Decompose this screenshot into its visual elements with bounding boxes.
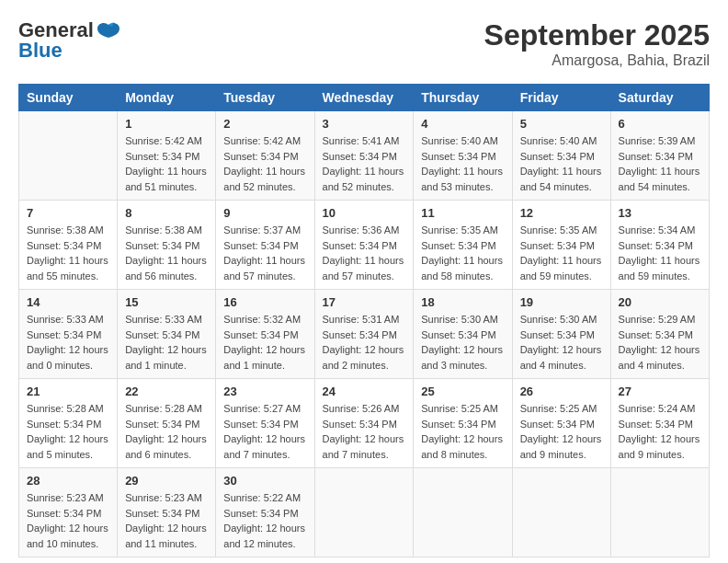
calendar-cell: 30Sunrise: 5:22 AM Sunset: 5:34 PM Dayli… xyxy=(216,468,314,557)
day-number: 19 xyxy=(520,295,603,309)
calendar-cell: 16Sunrise: 5:32 AM Sunset: 5:34 PM Dayli… xyxy=(216,290,314,379)
day-number: 4 xyxy=(421,117,504,131)
day-info: Sunrise: 5:41 AM Sunset: 5:34 PM Dayligh… xyxy=(323,133,406,194)
calendar-cell: 11Sunrise: 5:35 AM Sunset: 5:34 PM Dayli… xyxy=(414,201,512,290)
day-number: 23 xyxy=(223,385,306,398)
calendar-cell: 18Sunrise: 5:30 AM Sunset: 5:34 PM Dayli… xyxy=(414,290,512,379)
calendar-cell: 27Sunrise: 5:24 AM Sunset: 5:34 PM Dayli… xyxy=(610,379,709,468)
header-monday: Monday xyxy=(118,85,216,111)
calendar-cell: 26Sunrise: 5:25 AM Sunset: 5:34 PM Dayli… xyxy=(512,379,610,468)
week-row-4: 21Sunrise: 5:28 AM Sunset: 5:34 PM Dayli… xyxy=(19,379,710,468)
day-number: 12 xyxy=(520,206,603,220)
calendar-cell: 21Sunrise: 5:28 AM Sunset: 5:34 PM Dayli… xyxy=(19,379,118,468)
day-info: Sunrise: 5:38 AM Sunset: 5:34 PM Dayligh… xyxy=(27,223,109,283)
day-info: Sunrise: 5:40 AM Sunset: 5:34 PM Dayligh… xyxy=(421,133,504,194)
week-row-5: 28Sunrise: 5:23 AM Sunset: 5:34 PM Dayli… xyxy=(19,468,710,557)
day-info: Sunrise: 5:24 AM Sunset: 5:34 PM Dayligh… xyxy=(619,401,701,462)
header-sunday: Sunday xyxy=(19,85,118,111)
day-info: Sunrise: 5:38 AM Sunset: 5:34 PM Dayligh… xyxy=(125,223,208,283)
calendar-cell xyxy=(414,468,512,557)
calendar-cell: 4Sunrise: 5:40 AM Sunset: 5:34 PM Daylig… xyxy=(414,111,512,201)
calendar-cell: 19Sunrise: 5:30 AM Sunset: 5:34 PM Dayli… xyxy=(512,290,610,379)
day-info: Sunrise: 5:25 AM Sunset: 5:34 PM Dayligh… xyxy=(421,401,504,462)
calendar-cell: 23Sunrise: 5:27 AM Sunset: 5:34 PM Dayli… xyxy=(216,379,314,468)
day-number: 21 xyxy=(27,385,109,398)
week-row-3: 14Sunrise: 5:33 AM Sunset: 5:34 PM Dayli… xyxy=(19,290,710,379)
day-info: Sunrise: 5:33 AM Sunset: 5:34 PM Dayligh… xyxy=(125,312,208,373)
day-info: Sunrise: 5:23 AM Sunset: 5:34 PM Dayligh… xyxy=(27,490,109,551)
day-number: 9 xyxy=(223,206,306,220)
day-number: 3 xyxy=(323,117,406,131)
day-info: Sunrise: 5:28 AM Sunset: 5:34 PM Dayligh… xyxy=(125,401,208,462)
day-info: Sunrise: 5:35 AM Sunset: 5:34 PM Dayligh… xyxy=(520,223,603,283)
logo: General Blue xyxy=(18,18,121,63)
day-number: 30 xyxy=(223,474,306,488)
calendar-cell: 7Sunrise: 5:38 AM Sunset: 5:34 PM Daylig… xyxy=(19,201,118,290)
calendar-cell: 29Sunrise: 5:23 AM Sunset: 5:34 PM Dayli… xyxy=(118,468,216,557)
day-number: 6 xyxy=(619,117,701,131)
day-info: Sunrise: 5:42 AM Sunset: 5:34 PM Dayligh… xyxy=(223,133,306,194)
header-friday: Friday xyxy=(512,85,610,111)
calendar-cell xyxy=(314,468,414,557)
day-info: Sunrise: 5:23 AM Sunset: 5:34 PM Dayligh… xyxy=(125,490,208,551)
month-info: September 2025 Amargosa, Bahia, Brazil xyxy=(484,18,710,69)
month-title: September 2025 xyxy=(484,18,710,52)
day-number: 1 xyxy=(125,117,208,131)
calendar-cell xyxy=(512,468,610,557)
day-info: Sunrise: 5:30 AM Sunset: 5:34 PM Dayligh… xyxy=(421,312,504,373)
day-number: 5 xyxy=(520,117,603,131)
day-info: Sunrise: 5:36 AM Sunset: 5:34 PM Dayligh… xyxy=(323,223,406,283)
calendar-cell xyxy=(19,111,118,201)
day-number: 29 xyxy=(125,474,208,488)
day-number: 13 xyxy=(619,206,701,220)
calendar-cell: 3Sunrise: 5:41 AM Sunset: 5:34 PM Daylig… xyxy=(314,111,414,201)
day-info: Sunrise: 5:25 AM Sunset: 5:34 PM Dayligh… xyxy=(520,401,603,462)
day-info: Sunrise: 5:40 AM Sunset: 5:34 PM Dayligh… xyxy=(520,133,603,194)
calendar-cell: 12Sunrise: 5:35 AM Sunset: 5:34 PM Dayli… xyxy=(512,201,610,290)
calendar-cell: 28Sunrise: 5:23 AM Sunset: 5:34 PM Dayli… xyxy=(19,468,118,557)
day-number: 17 xyxy=(323,295,406,309)
day-number: 2 xyxy=(223,117,306,131)
day-number: 20 xyxy=(619,295,701,309)
location: Amargosa, Bahia, Brazil xyxy=(484,52,710,69)
day-number: 26 xyxy=(520,385,603,398)
day-number: 8 xyxy=(125,206,208,220)
calendar-header-row: SundayMondayTuesdayWednesdayThursdayFrid… xyxy=(19,85,710,111)
day-info: Sunrise: 5:39 AM Sunset: 5:34 PM Dayligh… xyxy=(619,133,701,194)
day-number: 10 xyxy=(323,206,406,220)
header-saturday: Saturday xyxy=(610,85,709,111)
week-row-1: 1Sunrise: 5:42 AM Sunset: 5:34 PM Daylig… xyxy=(19,111,710,201)
calendar-cell: 5Sunrise: 5:40 AM Sunset: 5:34 PM Daylig… xyxy=(512,111,610,201)
calendar-cell: 10Sunrise: 5:36 AM Sunset: 5:34 PM Dayli… xyxy=(314,201,414,290)
day-info: Sunrise: 5:34 AM Sunset: 5:34 PM Dayligh… xyxy=(619,223,701,283)
calendar-cell: 9Sunrise: 5:37 AM Sunset: 5:34 PM Daylig… xyxy=(216,201,314,290)
day-info: Sunrise: 5:28 AM Sunset: 5:34 PM Dayligh… xyxy=(27,401,109,462)
day-info: Sunrise: 5:37 AM Sunset: 5:34 PM Dayligh… xyxy=(223,223,306,283)
day-info: Sunrise: 5:42 AM Sunset: 5:34 PM Dayligh… xyxy=(125,133,208,194)
day-number: 7 xyxy=(27,206,109,220)
day-number: 25 xyxy=(421,385,504,398)
day-info: Sunrise: 5:31 AM Sunset: 5:34 PM Dayligh… xyxy=(323,312,406,373)
day-info: Sunrise: 5:35 AM Sunset: 5:34 PM Dayligh… xyxy=(421,223,504,283)
logo-bird-icon xyxy=(96,21,121,41)
day-number: 15 xyxy=(125,295,208,309)
day-info: Sunrise: 5:32 AM Sunset: 5:34 PM Dayligh… xyxy=(223,312,306,373)
calendar-cell: 13Sunrise: 5:34 AM Sunset: 5:34 PM Dayli… xyxy=(610,201,709,290)
day-info: Sunrise: 5:30 AM Sunset: 5:34 PM Dayligh… xyxy=(520,312,603,373)
day-number: 11 xyxy=(421,206,504,220)
calendar-cell: 2Sunrise: 5:42 AM Sunset: 5:34 PM Daylig… xyxy=(216,111,314,201)
day-number: 24 xyxy=(323,385,406,398)
calendar-cell: 24Sunrise: 5:26 AM Sunset: 5:34 PM Dayli… xyxy=(314,379,414,468)
header-wednesday: Wednesday xyxy=(314,85,414,111)
calendar-cell: 17Sunrise: 5:31 AM Sunset: 5:34 PM Dayli… xyxy=(314,290,414,379)
day-info: Sunrise: 5:29 AM Sunset: 5:34 PM Dayligh… xyxy=(619,312,701,373)
week-row-2: 7Sunrise: 5:38 AM Sunset: 5:34 PM Daylig… xyxy=(19,201,710,290)
day-number: 22 xyxy=(125,385,208,398)
calendar-cell: 20Sunrise: 5:29 AM Sunset: 5:34 PM Dayli… xyxy=(610,290,709,379)
day-info: Sunrise: 5:22 AM Sunset: 5:34 PM Dayligh… xyxy=(223,490,306,551)
header-tuesday: Tuesday xyxy=(216,85,314,111)
day-number: 27 xyxy=(619,385,701,398)
day-info: Sunrise: 5:27 AM Sunset: 5:34 PM Dayligh… xyxy=(223,401,306,462)
day-number: 14 xyxy=(27,295,109,309)
day-number: 16 xyxy=(223,295,306,309)
